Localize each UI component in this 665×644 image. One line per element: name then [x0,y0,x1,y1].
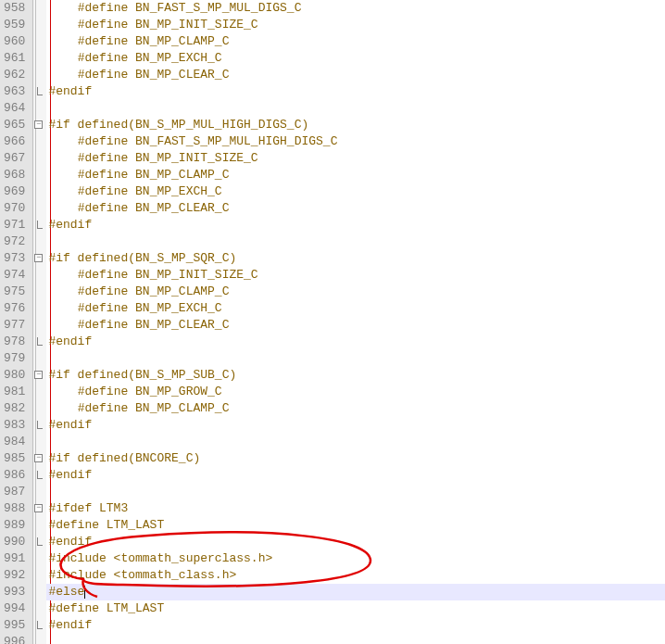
line-number: 990 [4,534,25,550]
code-line[interactable]: #endif [46,617,665,634]
preprocessor-directive: #endif [48,535,92,549]
preprocessor-directive: #define LTM_LAST [48,518,164,532]
line-number: 984 [4,434,25,450]
code-line[interactable]: #if defined(BN_S_MP_SUB_C) [46,367,665,384]
code-line[interactable] [46,434,665,450]
preprocessor-directive: #include <tommath_class.h> [48,568,236,582]
line-number: 981 [4,384,25,400]
preprocessor-directive: #if defined(BN_S_MP_SUB_C) [48,368,236,382]
code-line[interactable] [46,484,665,500]
preprocessor-directive: #define BN_FAST_S_MP_MUL_HIGH_DIGS_C [78,134,338,148]
code-line[interactable]: #endif [46,534,665,550]
fold-end-icon [37,621,43,629]
fold-column[interactable] [33,0,46,644]
line-number: 985 [4,450,25,467]
code-line[interactable]: #define BN_MP_INIT_SIZE_C [46,267,665,284]
line-number: 963 [4,83,25,100]
code-line[interactable]: #if defined(BNCORE_C) [46,450,665,467]
preprocessor-directive: #define BN_MP_CLEAR_C [78,201,230,215]
code-line[interactable]: #define BN_MP_GROW_C [46,384,665,400]
code-line[interactable]: #include <tommath_superclass.h> [46,550,665,567]
preprocessor-directive: #define BN_MP_CLAMP_C [78,401,230,415]
code-line[interactable] [46,350,665,367]
code-line[interactable]: #define BN_MP_CLAMP_C [46,400,665,417]
code-line[interactable]: #if defined(BN_S_MP_MUL_HIGH_DIGS_C) [46,117,665,133]
preprocessor-directive: #include <tommath_superclass.h> [48,551,272,565]
preprocessor-directive: #define BN_MP_CLAMP_C [78,34,230,48]
preprocessor-directive: #if defined(BN_S_MP_SQR_C) [48,251,236,265]
line-number: 965 [4,117,25,133]
code-editor[interactable]: 9589599609619629639649659669679689699709… [0,0,665,644]
line-number: 973 [4,250,25,267]
line-number: 974 [4,267,25,284]
code-line[interactable]: #endif [46,217,665,234]
line-number: 976 [4,300,25,317]
line-number: 989 [4,517,25,534]
line-number: 995 [4,617,25,634]
fold-end-icon [37,337,43,346]
code-area[interactable]: #define BN_FAST_S_MP_MUL_DIGS_C #define … [46,0,665,644]
code-line[interactable]: #define BN_MP_CLAMP_C [46,167,665,183]
preprocessor-directive: #endif [48,468,92,482]
code-line[interactable]: #define BN_MP_EXCH_C [46,183,665,200]
fold-toggle-icon[interactable] [34,254,43,262]
code-line[interactable]: #define BN_MP_INIT_SIZE_C [46,17,665,33]
preprocessor-directive: #endif [48,618,92,632]
fold-end-icon [37,87,43,95]
code-line[interactable] [46,634,665,644]
fold-toggle-icon[interactable] [34,371,43,379]
line-number: 982 [4,400,25,417]
preprocessor-directive: #define BN_MP_CLAMP_C [78,284,230,298]
line-number: 959 [4,17,25,33]
line-number: 992 [4,567,25,584]
code-line[interactable]: #ifdef LTM3 [46,500,665,517]
code-line[interactable]: #define BN_MP_CLEAR_C [46,67,665,83]
line-number: 991 [4,550,25,567]
line-number: 979 [4,350,25,367]
line-number: 980 [4,367,25,384]
code-line[interactable]: #define BN_MP_CLEAR_C [46,317,665,334]
code-line[interactable]: #define BN_FAST_S_MP_MUL_DIGS_C [46,0,665,17]
code-line[interactable]: #define BN_MP_EXCH_C [46,50,665,67]
fold-toggle-icon[interactable] [34,120,43,129]
code-line[interactable]: #endif [46,334,665,350]
line-number: 972 [4,234,25,250]
code-line[interactable]: #define BN_MP_CLEAR_C [46,200,665,217]
code-line[interactable]: #define BN_MP_EXCH_C [46,300,665,317]
code-line[interactable]: #define BN_FAST_S_MP_MUL_HIGH_DIGS_C [46,133,665,150]
line-number: 975 [4,284,25,300]
code-line[interactable]: #define LTM_LAST [46,600,665,617]
code-line[interactable]: #endif [46,83,665,100]
preprocessor-directive: #define BN_MP_CLEAR_C [78,68,230,82]
line-number: 983 [4,417,25,434]
code-line[interactable]: #define LTM_LAST [46,517,665,534]
preprocessor-directive: #define BN_MP_CLEAR_C [78,318,230,332]
code-line[interactable]: #define BN_MP_CLAMP_C [46,33,665,50]
line-number: 969 [4,183,25,200]
preprocessor-directive: #else [48,585,84,599]
fold-toggle-icon[interactable] [34,504,43,512]
code-line[interactable] [46,100,665,117]
code-line[interactable]: #define BN_MP_CLAMP_C [46,284,665,300]
preprocessor-directive: #define BN_MP_INIT_SIZE_C [78,151,258,165]
preprocessor-directive: #define BN_MP_EXCH_C [78,184,222,198]
code-line[interactable]: #include <tommath_class.h> [46,567,665,584]
line-number: 977 [4,317,25,334]
fold-end-icon [37,471,43,479]
code-line[interactable]: #if defined(BN_S_MP_SQR_C) [46,250,665,267]
preprocessor-directive: #endif [48,418,92,432]
code-line[interactable]: #define BN_MP_INIT_SIZE_C [46,150,665,167]
fold-end-icon [37,421,43,429]
code-line[interactable]: #endif [46,417,665,434]
line-number: 964 [4,100,25,117]
line-number: 978 [4,334,25,350]
code-line[interactable] [46,234,665,250]
preprocessor-directive: #ifdef LTM3 [48,501,128,515]
fold-toggle-icon[interactable] [34,454,43,462]
line-number: 994 [4,600,25,617]
line-number: 996 [4,634,25,644]
code-line[interactable]: #endif [46,467,665,484]
preprocessor-directive: #endif [48,84,92,98]
line-number: 967 [4,150,25,167]
code-line[interactable]: #else [46,584,665,600]
